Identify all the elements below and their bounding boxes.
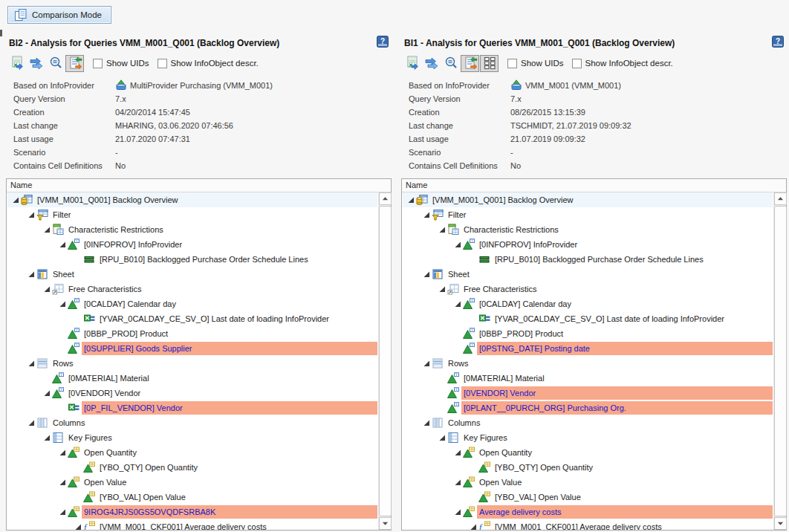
- tree-row[interactable]: Free Characteristics: [7, 282, 377, 296]
- tree-row[interactable]: Columns: [403, 415, 773, 430]
- tree-row[interactable]: Open Quantity: [7, 445, 377, 460]
- transfer-query-button[interactable]: [422, 55, 441, 72]
- tree-row[interactable]: [VMM_M001_Q001] Backlog Overview: [403, 192, 773, 207]
- checkbox-show-infoobject-descr[interactable]: Show InfoObject descr.: [572, 59, 673, 68]
- export-excel-button[interactable]: [7, 55, 26, 72]
- checkbox-box[interactable]: [158, 59, 167, 68]
- tree-row[interactable]: [0BBP_PROD] Product: [7, 326, 377, 341]
- tree-row[interactable]: Filter: [7, 207, 377, 222]
- expander-icon[interactable]: [59, 508, 67, 516]
- expander-icon[interactable]: [470, 523, 478, 531]
- help-button[interactable]: ?: [377, 36, 389, 48]
- tree-row[interactable]: [0PLANT__0PURCH_ORG] Purchasing Org.: [403, 400, 773, 415]
- tree-row[interactable]: Rows: [403, 356, 773, 371]
- tree-row[interactable]: [0SUPPLIER] Goods Supplier: [7, 341, 377, 356]
- checkbox-show-infoobject-descr[interactable]: Show InfoObject descr.: [158, 59, 259, 68]
- expander-icon[interactable]: [454, 508, 462, 516]
- expander-icon[interactable]: [59, 300, 67, 308]
- expander-icon[interactable]: [423, 419, 431, 427]
- tree-row[interactable]: Sheet: [403, 267, 773, 282]
- expander-icon[interactable]: [438, 434, 447, 442]
- expander-icon[interactable]: [27, 360, 36, 368]
- checkbox-box[interactable]: [507, 59, 517, 68]
- tree-row[interactable]: Characteristic Restrictions: [403, 222, 773, 237]
- tree-row[interactable]: Open Value: [7, 475, 377, 490]
- tree-row[interactable]: 9IROG4JRJS0GS5OVQDFSRBA8K: [7, 505, 377, 519]
- transfer-query-button[interactable]: [27, 55, 45, 72]
- tree-row[interactable]: [0PSTNG_DATE] Posting date: [403, 341, 773, 356]
- tree-row[interactable]: [0VENDOR] Vendor: [403, 386, 773, 400]
- tree-row[interactable]: [0MATERIAL] Material: [7, 371, 377, 386]
- tree-row[interactable]: Free Characteristics: [403, 282, 773, 296]
- scroll-down-button[interactable]: [379, 517, 392, 530]
- splitter-handle[interactable]: [0, 30, 2, 36]
- tree-row[interactable]: [0BBP_PROD] Product: [403, 326, 773, 341]
- tree-row[interactable]: [YVAR_0CALDAY_CE_SV_O] Last date of load…: [403, 311, 773, 326]
- expander-icon[interactable]: [27, 419, 36, 427]
- tree-row[interactable]: fx[VMM_M001_CKF001] Average delivery cos…: [7, 519, 377, 530]
- tree-row[interactable]: Filter: [403, 207, 773, 222]
- expander-icon[interactable]: [27, 211, 36, 219]
- checkbox-show-uids[interactable]: Show UIDs: [507, 59, 564, 68]
- tree-row[interactable]: Key Figures: [403, 430, 773, 445]
- help-button[interactable]: ?: [772, 36, 784, 48]
- tree-row[interactable]: [0INFOPROV] InfoProvider: [403, 237, 773, 252]
- expander-icon[interactable]: [423, 360, 431, 368]
- expander-icon[interactable]: [454, 241, 462, 249]
- export-excel-button[interactable]: [403, 55, 421, 72]
- tree-row[interactable]: [RPU_B010] Backlogged Purchase Order Sch…: [7, 252, 377, 267]
- expander-icon[interactable]: [12, 196, 20, 204]
- expander-icon[interactable]: [59, 241, 67, 249]
- tree-row[interactable]: Rows: [7, 356, 377, 371]
- tree-row[interactable]: [0MATERIAL] Material: [403, 371, 773, 386]
- checkbox-show-uids[interactable]: Show UIDs: [93, 59, 149, 68]
- tree-row[interactable]: [YBO_QTY] Open Quantity: [403, 460, 773, 475]
- tree-row[interactable]: Open Quantity: [403, 445, 773, 460]
- tree-row[interactable]: Average delivery costs: [403, 505, 773, 519]
- tree-row[interactable]: Columns: [7, 415, 377, 430]
- tree-row[interactable]: [YBO_QTY] Open Quantity: [7, 460, 377, 475]
- zoom-view-button[interactable]: [441, 55, 460, 72]
- comparison-toggle-button[interactable]: [461, 55, 479, 72]
- tree-row[interactable]: [0P_FIL_VENDOR] Vendor: [7, 400, 377, 415]
- expander-icon[interactable]: [454, 300, 462, 308]
- expander-icon[interactable]: [43, 226, 51, 234]
- tree-row[interactable]: [VMM_M001_Q001] Backlog Overview: [7, 192, 377, 207]
- tree-row[interactable]: [YBO_VAL] Open Value: [403, 490, 773, 505]
- zoom-view-button[interactable]: [46, 55, 65, 72]
- expander-icon[interactable]: [59, 449, 67, 457]
- tree-row[interactable]: [0VENDOR] Vendor: [7, 386, 377, 400]
- scroll-up-button[interactable]: [774, 192, 787, 205]
- expander-icon[interactable]: [74, 523, 82, 531]
- expander-icon[interactable]: [43, 285, 51, 293]
- scrollbar[interactable]: [378, 192, 391, 530]
- tree-row[interactable]: [0CALDAY] Calendar day: [403, 296, 773, 311]
- tree-row[interactable]: Characteristic Restrictions: [7, 222, 377, 237]
- expander-icon[interactable]: [438, 285, 447, 293]
- scroll-up-button[interactable]: [379, 192, 392, 205]
- expander-icon[interactable]: [59, 479, 67, 487]
- scrollbar-thumb[interactable]: [379, 206, 392, 516]
- scrollbar[interactable]: [773, 192, 786, 530]
- checkbox-box[interactable]: [572, 59, 582, 68]
- expander-icon[interactable]: [43, 434, 51, 442]
- expander-icon[interactable]: [454, 449, 462, 457]
- scrollbar-thumb[interactable]: [774, 206, 787, 516]
- tree-row[interactable]: [YVAR_0CALDAY_CE_SV_O] Last date of load…: [7, 311, 377, 326]
- tree-row[interactable]: [YBO_VAL] Open Value: [7, 490, 377, 505]
- comparison-mode-button[interactable]: Comparison Mode: [7, 6, 111, 24]
- tree-row[interactable]: [0INFOPROV] InfoProvider: [7, 237, 377, 252]
- expander-icon[interactable]: [27, 270, 36, 279]
- comparison-toggle-button[interactable]: [65, 55, 84, 72]
- scroll-down-button[interactable]: [774, 517, 787, 530]
- grid-view-button[interactable]: [480, 55, 499, 72]
- expander-icon[interactable]: [438, 226, 447, 234]
- tree-row[interactable]: Sheet: [7, 267, 377, 282]
- expander-icon[interactable]: [454, 479, 462, 487]
- expander-icon[interactable]: [423, 270, 431, 279]
- tree-row[interactable]: [RPU_B010] Backlogged Purchase Order Sch…: [403, 252, 773, 267]
- expander-icon[interactable]: [43, 389, 51, 398]
- tree-row[interactable]: Key Figures: [7, 430, 377, 445]
- tree-row[interactable]: Open Value: [403, 475, 773, 490]
- expander-icon[interactable]: [407, 196, 415, 204]
